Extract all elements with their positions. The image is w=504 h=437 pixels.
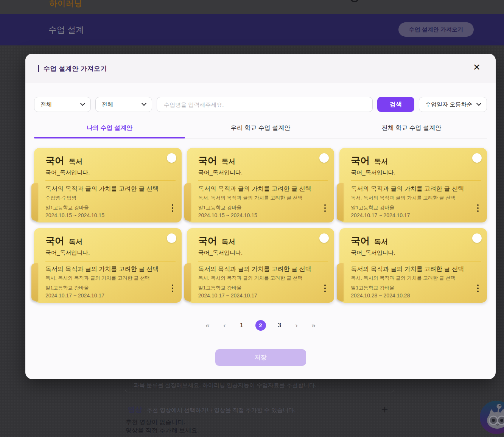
- card-unit: 독서: [69, 157, 82, 166]
- card-goal: 독서의 목적과 글의 가치를 고려한 글 선택: [351, 185, 481, 193]
- card-select-radio[interactable]: [167, 153, 176, 163]
- sort-select[interactable]: 수업일자 오름차순: [419, 97, 487, 112]
- kebab-menu-icon[interactable]: [323, 283, 327, 294]
- card-divider: [351, 180, 481, 181]
- card-date-range: 2024.10.17 ~ 2024.10.17: [351, 212, 468, 218]
- video-section-label: 영상: [128, 405, 142, 415]
- card-subject: 국어: [198, 154, 217, 167]
- tab-our-school-lesson-plans[interactable]: 우리 학교 수업 설계안: [185, 119, 336, 138]
- pagination-last[interactable]: »: [310, 321, 317, 330]
- search-button[interactable]: 검색: [377, 97, 414, 112]
- card-footer: 독서. 독서의 목적과 글의 가치를 고려한 글 선택 알1고등학교 강바울 2…: [351, 194, 468, 218]
- card-footer: 독서. 독서의 목적과 글의 가치를 고려한 글 선택 알1고등학교 강바울 2…: [45, 275, 163, 299]
- page-header: 수업 설계 수업 설계안 가져오기: [0, 14, 504, 45]
- kebab-menu-icon[interactable]: [476, 283, 480, 294]
- lesson-plan-card[interactable]: 국어 독서 국어_독서입니다. 독서의 목적과 글의 가치를 고려한 글 선택 …: [187, 228, 334, 303]
- tab-all-school-lesson-plans[interactable]: 전체 학교 수업 설계안: [336, 119, 487, 138]
- card-divider: [198, 180, 328, 181]
- app-topbar: 하이러닝: [0, 0, 504, 14]
- video-empty-text-1: 추천 영상이 없습니다.: [126, 418, 185, 426]
- kebab-menu-icon[interactable]: [170, 283, 175, 294]
- pagination-page-3[interactable]: 3: [276, 322, 283, 329]
- pagination-page-1[interactable]: 1: [238, 322, 245, 329]
- card-subject: 국어: [198, 235, 217, 247]
- pagination-first[interactable]: «: [204, 321, 211, 330]
- card-subject: 국어: [45, 154, 64, 167]
- card-meta: 독서. 독서의 목적과 글의 가치를 고려한 글 선택: [45, 275, 163, 281]
- card-fold-decoration: [337, 263, 344, 301]
- card-school-teacher: 알1고등학교 강바울: [351, 285, 468, 291]
- card-meta: 수업명-수업명: [45, 194, 163, 201]
- card-divider: [351, 261, 481, 261]
- pagination: « ‹ 1 2 3 › »: [25, 320, 496, 331]
- lesson-plan-card[interactable]: 국어 독서 국어_독서입니다. 독서의 목적과 글의 가치를 고려한 글 선택 …: [339, 228, 487, 303]
- pagination-next[interactable]: ›: [293, 321, 300, 330]
- filter-select-2-value: 전체: [102, 101, 113, 108]
- card-school-teacher: 알1고등학교 강바울: [45, 285, 163, 291]
- kebab-menu-icon[interactable]: [170, 203, 175, 213]
- card-footer: 독서. 독서의 목적과 글의 가치를 고려한 글 선택 알1고등학교 강바울 2…: [198, 194, 316, 218]
- filter-select-2[interactable]: 전체: [95, 97, 152, 112]
- card-goal: 독서의 목적과 글의 가치를 고려한 글 선택: [198, 185, 328, 193]
- card-date-range: 2024.10.28 ~ 2024.10.28: [351, 292, 468, 299]
- assistant-mascot-button[interactable]: [480, 401, 504, 434]
- card-subtitle: 국어_독서입니다.: [351, 249, 481, 257]
- card-meta: 독서. 독서의 목적과 글의 가치를 고려한 글 선택: [198, 275, 316, 281]
- card-select-radio[interactable]: [472, 233, 482, 243]
- pagination-page-2-active[interactable]: 2: [255, 320, 266, 331]
- close-icon[interactable]: ✕: [473, 63, 481, 72]
- card-meta: 독서. 독서의 목적과 글의 가치를 고려한 글 선택: [351, 194, 468, 201]
- card-subtitle: 국어_독서입니다.: [198, 249, 328, 257]
- sort-select-value: 수업일자 오름차순: [425, 101, 472, 108]
- lesson-plan-card[interactable]: 국어 독서 국어_독서입니다. 독서의 목적과 글의 가치를 고려한 글 선택 …: [187, 148, 334, 222]
- card-goal: 독서의 목적과 글의 가치를 고려한 글 선택: [45, 265, 176, 273]
- card-footer: 독서. 독서의 목적과 글의 가치를 고려한 글 선택 알1고등학교 강바울 2…: [351, 275, 468, 299]
- card-subtitle: 국어_독서입니다.: [45, 169, 176, 176]
- card-unit: 독서: [374, 157, 388, 166]
- kebab-menu-icon[interactable]: [323, 203, 327, 213]
- card-unit: 독서: [222, 157, 235, 166]
- pagination-prev[interactable]: ‹: [221, 321, 228, 330]
- card-footer: 수업명-수업명 알1고등학교 강바울 2024.10.15 ~ 2024.10.…: [45, 194, 163, 218]
- card-select-radio[interactable]: [167, 233, 176, 243]
- card-school-teacher: 알1고등학교 강바울: [351, 204, 468, 211]
- add-video-icon[interactable]: +: [381, 403, 388, 416]
- card-header: 국어 독서: [198, 235, 328, 247]
- import-lesson-plan-modal: 수업 설계안 가져오기 ✕ 전체 전체 검색 수업일자 오름차순 나의 수업 설…: [25, 54, 496, 379]
- card-divider: [45, 261, 176, 261]
- filter-select-1-value: 전체: [40, 101, 52, 108]
- lesson-plan-card[interactable]: 국어 독서 국어_독서입니다. 독서의 목적과 글의 가치를 고려한 글 선택 …: [34, 228, 182, 303]
- card-header: 국어 독서: [198, 154, 328, 167]
- save-button[interactable]: 저장: [215, 349, 306, 366]
- card-fold-decoration: [184, 263, 191, 301]
- card-fold-decoration: [31, 183, 38, 221]
- card-date-range: 2024.10.17 ~ 2024.10.17: [198, 292, 316, 299]
- card-unit: 독서: [69, 237, 82, 246]
- title-accent-bar: [38, 65, 39, 72]
- import-lesson-plan-button[interactable]: 수업 설계안 가져오기: [398, 22, 474, 37]
- card-divider: [198, 261, 328, 261]
- card-school-teacher: 알1고등학교 강바울: [198, 285, 316, 291]
- card-subject: 국어: [45, 235, 64, 247]
- card-goal: 독서의 목적과 글의 가치를 고려한 글 선택: [351, 265, 481, 273]
- tab-my-lesson-plans[interactable]: 나의 수업 설계안: [34, 119, 185, 138]
- card-header: 국어 독서: [351, 235, 481, 247]
- kebab-menu-icon[interactable]: [476, 203, 480, 213]
- card-fold-decoration: [184, 183, 191, 221]
- lesson-name-search-input[interactable]: [157, 97, 373, 112]
- lesson-plan-tabs: 나의 수업 설계안 우리 학교 수업 설계안 전체 학교 수업 설계안: [34, 119, 487, 138]
- modal-header: 수업 설계안 가져오기 ✕: [25, 54, 496, 83]
- page-title: 수업 설계: [48, 24, 84, 36]
- card-header: 국어 독서: [351, 154, 481, 167]
- card-select-radio[interactable]: [472, 153, 482, 163]
- card-school-teacher: 알1고등학교 강바울: [45, 204, 163, 211]
- video-section-description: 추천 영상에서 선택하거나 영상을 직접 추가할 수 있습니다.: [147, 407, 296, 414]
- video-empty-text-2: 영상을 직접 추가해 보세요.: [126, 427, 199, 435]
- chevron-down-icon: [80, 101, 85, 106]
- lesson-plan-card[interactable]: 국어 독서 국어_독서입니다. 독서의 목적과 글의 가치를 고려한 글 선택 …: [339, 148, 487, 222]
- card-footer: 독서. 독서의 목적과 글의 가치를 고려한 글 선택 알1고등학교 강바울 2…: [198, 275, 316, 299]
- card-goal: 독서의 목적과 글의 가치를 고려한 글 선택: [198, 265, 328, 273]
- lesson-plan-card[interactable]: 국어 독서 국어_독서입니다. 독서의 목적과 글의 가치를 고려한 글 선택 …: [34, 148, 182, 222]
- filter-select-1[interactable]: 전체: [34, 97, 91, 112]
- subject-hint-text: 과목 분류를 설정해보세요. 하이러닝 인공지능이 수업자료를 추천합니다.: [134, 382, 316, 389]
